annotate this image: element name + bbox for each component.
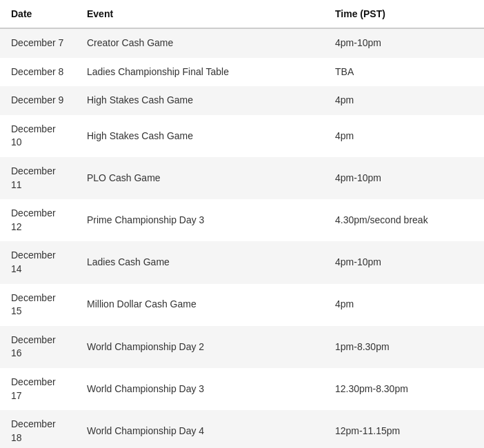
cell-date: December 16: [0, 326, 76, 368]
table-row: December 9High Stakes Cash Game4pm: [0, 86, 484, 115]
cell-date: December 18: [0, 410, 76, 448]
table-row: December 7Creator Cash Game4pm-10pm: [0, 28, 484, 58]
cell-event: Ladies Cash Game: [76, 241, 324, 283]
cell-event: Million Dollar Cash Game: [76, 284, 324, 326]
cell-date: December 7: [0, 28, 76, 58]
cell-event: Creator Cash Game: [76, 28, 324, 58]
cell-time: 4.30pm/second break: [324, 199, 484, 241]
cell-time: 4pm-10pm: [324, 28, 484, 58]
header-date: Date: [0, 0, 76, 28]
cell-time: 1pm-8.30pm: [324, 326, 484, 368]
cell-event: World Championship Day 2: [76, 326, 324, 368]
cell-event: High Stakes Cash Game: [76, 86, 324, 115]
cell-date: December 8: [0, 58, 76, 87]
cell-event: High Stakes Cash Game: [76, 115, 324, 157]
table-row: December 16World Championship Day 21pm-8…: [0, 326, 484, 368]
cell-event: Prime Championship Day 3: [76, 199, 324, 241]
table-row: December 18World Championship Day 412pm-…: [0, 410, 484, 448]
cell-time: 12.30pm-8.30pm: [324, 368, 484, 410]
cell-event: World Championship Day 4: [76, 410, 324, 448]
cell-time: 4pm: [324, 86, 484, 115]
cell-date: December 9: [0, 86, 76, 115]
cell-event: Ladies Championship Final Table: [76, 58, 324, 87]
cell-date: December 17: [0, 368, 76, 410]
table-row: December 17World Championship Day 312.30…: [0, 368, 484, 410]
cell-time: 4pm: [324, 284, 484, 326]
header-time: Time (PST): [324, 0, 484, 28]
cell-event: PLO Cash Game: [76, 157, 324, 199]
table-header-row: Date Event Time (PST): [0, 0, 484, 28]
cell-date: December 10: [0, 115, 76, 157]
table-row: December 12Prime Championship Day 34.30p…: [0, 199, 484, 241]
table-row: December 11PLO Cash Game4pm-10pm: [0, 157, 484, 199]
table-row: December 15Million Dollar Cash Game4pm: [0, 284, 484, 326]
cell-event: World Championship Day 3: [76, 368, 324, 410]
cell-date: December 12: [0, 199, 76, 241]
cell-time: 4pm-10pm: [324, 241, 484, 283]
table-row: December 8Ladies Championship Final Tabl…: [0, 58, 484, 87]
schedule-table: Date Event Time (PST) December 7Creator …: [0, 0, 484, 448]
cell-date: December 14: [0, 241, 76, 283]
table-row: December 14Ladies Cash Game4pm-10pm: [0, 241, 484, 283]
cell-date: December 15: [0, 284, 76, 326]
cell-time: 12pm-11.15pm: [324, 410, 484, 448]
cell-time: 4pm-10pm: [324, 157, 484, 199]
cell-time: TBA: [324, 58, 484, 87]
table-row: December 10High Stakes Cash Game4pm: [0, 115, 484, 157]
cell-date: December 11: [0, 157, 76, 199]
header-event: Event: [76, 0, 324, 28]
cell-time: 4pm: [324, 115, 484, 157]
